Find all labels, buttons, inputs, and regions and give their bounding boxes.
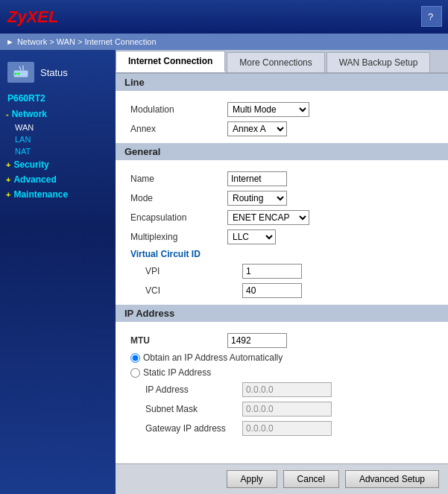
lan-label: LAN [15,135,31,144]
bottom-bar: Apply Cancel Advanced Setup [116,463,448,494]
vpi-input[interactable] [242,264,302,279]
subnet-mask-control [242,402,332,417]
tab-internet-connection-label: Internet Connection [128,56,212,66]
status-icon [7,62,34,83]
multiplexing-row: Multiplexing LLC VC [116,227,448,247]
line-section-header: Line [116,74,448,91]
subnet-mask-input[interactable] [242,402,332,417]
sidebar-item-security[interactable]: + Security [0,157,116,172]
tab-internet-connection[interactable]: Internet Connection [116,51,225,72]
multiplexing-label: Multiplexing [130,232,227,242]
logo-text: ZyXEL [7,7,58,26]
header: ZyXEL ? [0,0,448,34]
ip-section-header: IP Address [116,305,448,322]
sidebar-item-wan[interactable]: WAN [0,121,116,133]
ip-address-label: IP Address [145,384,242,395]
gateway-control [242,421,332,436]
ip-address-row: IP Address [116,380,448,399]
advanced-label: Advanced [13,174,56,185]
general-section: Name Mode Routing Bridge Encapsul [116,165,448,305]
sidebar-item-maintenance[interactable]: + Maintenance [0,187,116,202]
breadcrumb: ► Network > WAN > Internet Connection [0,34,448,50]
gateway-label: Gateway IP address [145,423,242,434]
svg-point-3 [18,73,20,75]
encapsulation-control: ENET ENCAP PPPoE PPPoA RFC 1483 [227,210,309,225]
tab-more-connections-label: More Connections [239,57,312,68]
network-expand-icon: - [6,110,9,118]
encapsulation-label: Encapsulation [130,212,227,223]
vpi-label: VPI [145,266,242,276]
modulation-label: Modulation [130,104,227,115]
gateway-input[interactable] [242,421,332,436]
main-layout: Status P660RT2 - Network WAN LAN NAT + S… [0,50,448,494]
name-input[interactable] [227,171,287,186]
sidebar-item-network[interactable]: - Network [0,107,116,121]
status-label: Status [40,67,68,78]
advanced-setup-button[interactable]: Advanced Setup [345,470,439,488]
vpi-control [242,264,302,279]
mtu-label: MTU [130,335,227,346]
line-section-label: Line [124,77,145,88]
cancel-button[interactable]: Cancel [283,470,339,488]
svg-point-2 [15,73,17,75]
help-icon[interactable]: ? [421,6,442,27]
obtain-auto-radio[interactable] [130,353,140,363]
static-ip-label: Static IP Address [143,367,211,378]
logo: ZyXEL [7,7,58,27]
advanced-expand-icon: + [6,175,10,184]
name-label: Name [130,174,227,184]
form-area: Line Modulation Multi Mode ADSL ADSL2 AD… [116,74,448,463]
mode-control: Routing Bridge [227,191,287,206]
mtu-control [227,333,287,348]
sidebar-item-p660rt2[interactable]: P660RT2 [0,90,116,107]
general-section-label: General [124,146,160,157]
ip-address-input[interactable] [242,382,332,397]
breadcrumb-text: Network > WAN > Internet Connection [17,37,157,46]
static-ip-row: Static IP Address [116,365,448,380]
modulation-select[interactable]: Multi Mode ADSL ADSL2 ADSL2+ [227,102,309,117]
apply-button[interactable]: Apply [227,470,277,488]
svg-line-4 [19,66,21,70]
sidebar: Status P660RT2 - Network WAN LAN NAT + S… [0,50,116,494]
tab-wan-backup-setup[interactable]: WAN Backup Setup [326,52,431,72]
vci-row: VCI [116,281,448,300]
virtual-circuit-id-label: Virtual Circuit ID [116,247,448,262]
vci-control [242,283,302,298]
tabs-bar: Internet Connection More Connections WAN… [116,50,448,74]
ip-section: MTU Obtain an IP Address Automatically S… [116,326,448,443]
modulation-control: Multi Mode ADSL ADSL2 ADSL2+ [227,102,309,117]
maintenance-expand-icon: + [6,190,10,199]
sidebar-status[interactable]: Status [0,57,116,90]
tab-more-connections[interactable]: More Connections [227,52,324,72]
tab-wan-backup-label: WAN Backup Setup [339,57,418,68]
maintenance-label: Maintenance [13,189,68,200]
encapsulation-select[interactable]: ENET ENCAP PPPoE PPPoA RFC 1483 [227,210,309,225]
vci-input[interactable] [242,283,302,298]
annex-select[interactable]: Annex A Annex B [227,121,287,136]
nat-label: NAT [15,147,31,156]
security-expand-icon: + [6,160,10,169]
line-section: Modulation Multi Mode ADSL ADSL2 ADSL2+ … [116,95,448,143]
obtain-auto-row: Obtain an IP Address Automatically [116,350,448,365]
vci-label: VCI [145,285,242,296]
name-row: Name [116,169,448,189]
mode-select[interactable]: Routing Bridge [227,191,287,206]
mtu-input[interactable] [227,333,287,348]
annex-row: Annex Annex A Annex B [116,119,448,139]
sidebar-item-advanced[interactable]: + Advanced [0,172,116,187]
ip-address-control [242,382,332,397]
static-ip-radio[interactable] [130,368,140,378]
mtu-row: MTU [116,331,448,350]
svg-text:?: ? [428,11,433,22]
sidebar-item-nat[interactable]: NAT [0,145,116,157]
multiplexing-select[interactable]: LLC VC [227,229,276,244]
breadcrumb-arrow: ► [6,37,14,46]
name-control [227,171,287,186]
wan-label: WAN [15,123,34,132]
sidebar-item-lan[interactable]: LAN [0,133,116,145]
mode-row: Mode Routing Bridge [116,189,448,208]
subnet-mask-row: Subnet Mask [116,399,448,419]
p660rt2-label: P660RT2 [7,93,45,104]
multiplexing-control: LLC VC [227,229,276,244]
vpi-row: VPI [116,262,448,281]
